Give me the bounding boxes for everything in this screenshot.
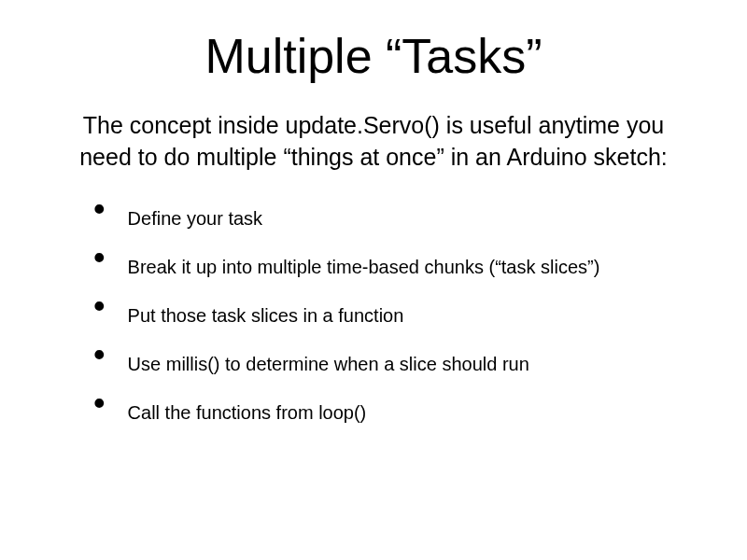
- bullet-icon: •: [93, 200, 106, 218]
- slide-subtitle: The concept inside update.Servo() is use…: [75, 110, 672, 174]
- bullet-list: • Define your task • Break it up into mu…: [93, 200, 691, 426]
- bullet-text: Put those task slices in a function: [128, 297, 404, 329]
- bullet-icon: •: [93, 345, 106, 364]
- list-item: • Define your task: [93, 200, 691, 231]
- bullet-text: Call the functions from loop(): [128, 394, 367, 426]
- bullet-icon: •: [93, 248, 106, 267]
- bullet-text: Define your task: [128, 200, 263, 231]
- bullet-text: Break it up into multiple time-based chu…: [128, 248, 600, 280]
- list-item: • Put those task slices in a function: [93, 297, 691, 329]
- list-item: • Break it up into multiple time-based c…: [93, 248, 691, 280]
- bullet-icon: •: [93, 297, 106, 315]
- slide-title: Multiple “Tasks”: [56, 28, 691, 84]
- bullet-text: Use millis() to determine when a slice s…: [128, 345, 529, 377]
- bullet-icon: •: [93, 394, 106, 413]
- slide-container: Multiple “Tasks” The concept inside upda…: [0, 0, 747, 480]
- list-item: • Use millis() to determine when a slice…: [93, 345, 691, 377]
- list-item: • Call the functions from loop(): [93, 394, 691, 426]
